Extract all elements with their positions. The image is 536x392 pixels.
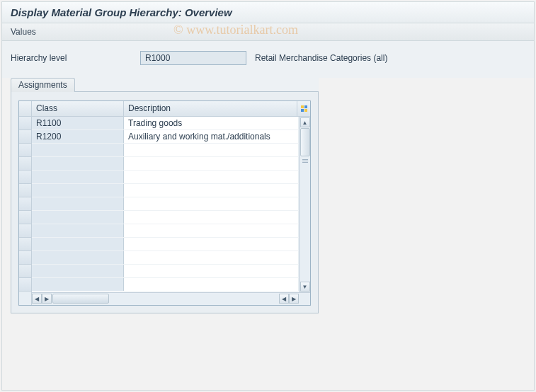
row-selector[interactable] (19, 224, 31, 238)
toolbar: Values (2, 23, 534, 41)
vertical-scrollbar[interactable]: ▲ ▼ (299, 117, 310, 292)
row-selector[interactable] (19, 157, 31, 171)
table-row[interactable] (32, 197, 299, 211)
assignments-panel: Assignments (11, 78, 319, 313)
row-selector[interactable] (19, 184, 31, 197)
scroll-thumb[interactable] (52, 294, 109, 304)
scroll-right-button[interactable]: ▶ (289, 294, 299, 304)
row-selector[interactable] (19, 197, 31, 211)
table-row[interactable]: R1100 Trading goods (32, 117, 299, 130)
row-selector[interactable] (19, 265, 31, 278)
hierarchy-field-row: Hierarchy level Retail Merchandise Categ… (2, 41, 534, 78)
table-row[interactable] (32, 144, 299, 157)
row-selectors (19, 101, 32, 305)
row-selector[interactable] (19, 251, 31, 265)
table-row[interactable] (32, 251, 299, 265)
scroll-up-button[interactable]: ▲ (300, 117, 310, 127)
table-row[interactable] (32, 265, 299, 278)
selector-header[interactable] (19, 101, 31, 117)
cell-class: R1200 (32, 130, 124, 143)
hierarchy-level-label: Hierarchy level (11, 53, 135, 63)
scroll-thumb[interactable] (300, 128, 310, 156)
hierarchy-level-desc: Retail Merchandise Categories (all) (255, 53, 387, 63)
row-selector[interactable] (19, 278, 31, 292)
column-header-class[interactable]: Class (32, 101, 124, 116)
cell-class: R1100 (32, 117, 124, 129)
table-row[interactable] (32, 238, 299, 251)
cell-description: Trading goods (124, 117, 299, 129)
column-header-description[interactable]: Description (124, 101, 297, 116)
page-title: Display Material Group Hierarchy: Overvi… (2, 2, 534, 23)
grid-rows: R1100 Trading goods R1200 Auxiliary and … (32, 117, 299, 292)
values-button[interactable]: Values (11, 27, 36, 37)
main-window: Display Material Group Hierarchy: Overvi… (1, 1, 535, 391)
table-row[interactable] (32, 157, 299, 171)
scroll-right-button[interactable]: ▶ (42, 294, 52, 304)
scroll-left-button[interactable]: ◀ (32, 294, 42, 304)
column-config-button[interactable] (297, 101, 310, 116)
grid-header: Class Description (32, 101, 310, 117)
row-selector[interactable] (19, 238, 31, 251)
row-selector[interactable] (19, 117, 31, 130)
assignments-tab[interactable]: Assignments (11, 78, 75, 92)
horizontal-scrollbar[interactable]: ◀ ▶ ◀ ▶ (32, 292, 310, 305)
grid-config-icon (301, 105, 307, 112)
table-row[interactable] (32, 211, 299, 224)
assignments-grid: Class Description R1100 Trading g (18, 100, 311, 306)
cell-description: Auxiliary and working mat./additionals (124, 130, 299, 143)
row-selector[interactable] (19, 211, 31, 224)
table-row[interactable]: R1200 Auxiliary and working mat./additio… (32, 130, 299, 144)
row-selector[interactable] (19, 130, 31, 144)
scroll-left-button[interactable]: ◀ (279, 294, 289, 304)
row-selector[interactable] (19, 171, 31, 184)
table-row[interactable] (32, 224, 299, 238)
table-row[interactable] (32, 184, 299, 197)
table-row[interactable] (32, 278, 299, 292)
hierarchy-level-input[interactable] (140, 51, 246, 65)
row-selector[interactable] (19, 144, 31, 157)
scroll-down-button[interactable]: ▼ (300, 282, 310, 292)
table-row[interactable] (32, 171, 299, 184)
